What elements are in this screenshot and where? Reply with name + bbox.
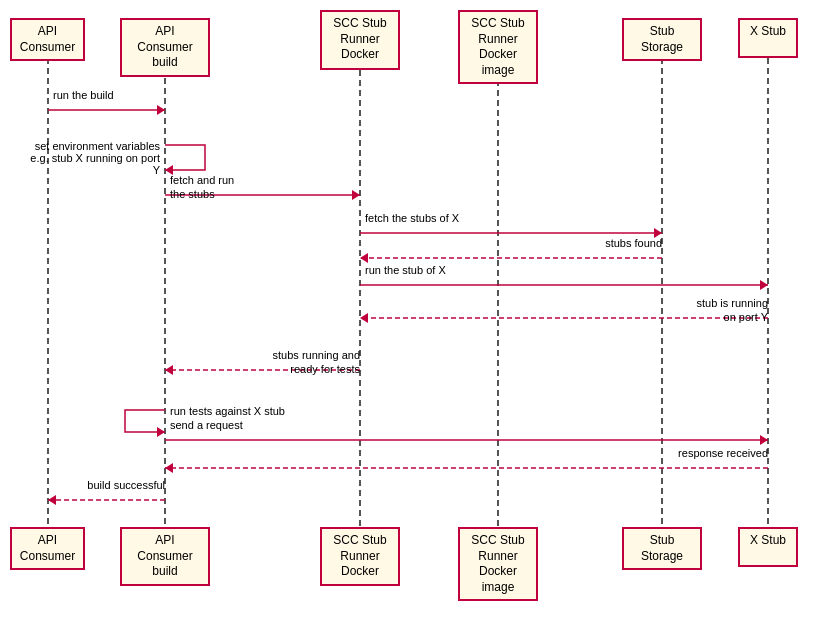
actor-scc-stub-runner-docker-image: SCC Stub Runner Docker image xyxy=(458,10,538,84)
actor-api-consumer: API Consumer xyxy=(10,18,85,61)
actor-bottom-x-stub-b: X Stub xyxy=(738,527,798,567)
actor-bottom-api-consumer-build-b: API Consumer build xyxy=(120,527,210,586)
actor-bottom-stub-storage-b: Stub Storage xyxy=(622,527,702,570)
diagram-svg: run the buildset environment variables e… xyxy=(0,0,815,618)
actor-bottom-api-consumer-b: API Consumer xyxy=(10,527,85,570)
svg-marker-12 xyxy=(654,228,662,238)
actor-scc-stub-runner-docker: SCC Stub Runner Docker xyxy=(320,10,400,70)
actor-stub-storage: Stub Storage xyxy=(622,18,702,61)
svg-marker-27 xyxy=(48,495,56,505)
svg-marker-7 xyxy=(157,105,165,115)
svg-marker-16 xyxy=(760,280,768,290)
svg-marker-25 xyxy=(165,463,173,473)
svg-marker-14 xyxy=(360,253,368,263)
sequence-diagram: run the buildset environment variables e… xyxy=(0,0,815,618)
svg-marker-10 xyxy=(352,190,360,200)
svg-marker-21 xyxy=(157,427,165,437)
svg-marker-20 xyxy=(165,365,173,375)
actor-api-consumer-build: API Consumer build xyxy=(120,18,210,77)
svg-marker-18 xyxy=(360,313,368,323)
actor-bottom-scc-stub-runner-docker-b: SCC Stub Runner Docker xyxy=(320,527,400,586)
svg-marker-8 xyxy=(165,165,173,175)
actor-x-stub: X Stub xyxy=(738,18,798,58)
actor-bottom-scc-stub-runner-docker-image-b: SCC Stub Runner Docker image xyxy=(458,527,538,601)
svg-marker-23 xyxy=(760,435,768,445)
